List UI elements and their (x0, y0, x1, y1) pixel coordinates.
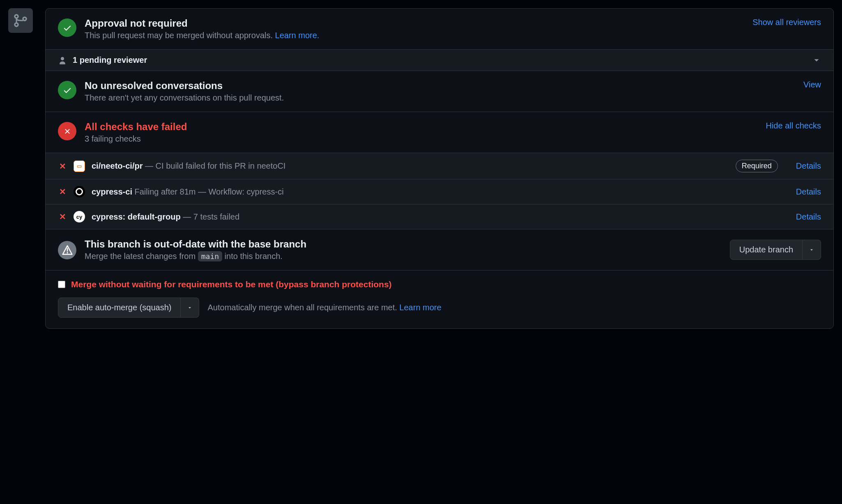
checks-summary: 3 failing checks (85, 134, 757, 144)
hide-all-checks-link[interactable]: Hide all checks (766, 121, 821, 131)
approval-title: Approval not required (85, 18, 744, 29)
update-branch-dropdown[interactable] (803, 240, 821, 260)
show-all-reviewers-link[interactable]: Show all reviewers (752, 18, 821, 27)
x-icon: ✕ (58, 161, 67, 171)
approval-learn-more-link[interactable]: Learn more. (275, 31, 320, 40)
branch-status-desc: Merge the latest changes from main into … (85, 252, 722, 261)
check-row: ✕ cy cypress: default-group — 7 tests fa… (46, 204, 833, 229)
branch-status-title: This branch is out-of-date with the base… (85, 238, 722, 250)
pending-reviewers-toggle[interactable]: 1 pending reviewer (46, 50, 833, 71)
svg-point-2 (23, 17, 26, 21)
base-branch-code: main (198, 251, 222, 261)
caret-down-icon (809, 247, 814, 252)
bypass-row: Merge without waiting for requirements t… (46, 270, 833, 293)
conversations-title: No unresolved conversations (85, 80, 795, 92)
branch-status-section: This branch is out-of-date with the base… (46, 229, 833, 270)
cypress-app-icon: cy (74, 211, 85, 222)
checks-title: All checks have failed (85, 121, 757, 133)
check-details-link[interactable]: Details (796, 161, 821, 171)
check-row: ✕ ▭ ci/neeto-ci/pr — CI build failed for… (46, 153, 833, 179)
git-merge-icon (14, 14, 27, 27)
merge-status-panel: Approval not required This pull request … (45, 8, 834, 329)
update-branch-button[interactable]: Update branch (730, 240, 803, 260)
x-icon: ✕ (58, 187, 67, 197)
bypass-label[interactable]: Merge without waiting for requirements t… (71, 279, 392, 289)
auto-merge-dropdown[interactable] (181, 298, 199, 318)
auto-merge-row: Enable auto-merge (squash) Automatically… (46, 293, 833, 328)
check-icon (58, 81, 76, 99)
auto-merge-learn-more-link[interactable]: Learn more (399, 303, 441, 312)
neeto-app-icon: ▭ (74, 160, 85, 172)
approval-section: Approval not required This pull request … (46, 9, 833, 50)
enable-auto-merge-button[interactable]: Enable auto-merge (squash) (58, 298, 181, 318)
required-badge: Required (736, 160, 778, 172)
check-details-link[interactable]: Details (796, 212, 821, 222)
caret-down-icon (187, 305, 192, 310)
svg-point-0 (15, 15, 18, 18)
alert-icon (58, 241, 76, 259)
x-icon (58, 122, 76, 140)
check-name: ci/neeto-ci/pr (92, 161, 143, 170)
svg-point-1 (15, 23, 18, 26)
view-conversations-link[interactable]: View (803, 80, 821, 89)
check-desc: — CI build failed for this PR in neetoCI (143, 161, 285, 170)
auto-merge-desc: Automatically merge when all requirement… (207, 303, 441, 312)
check-icon (58, 18, 76, 37)
check-name: cypress-ci (92, 187, 132, 196)
person-icon (58, 56, 67, 65)
conversations-desc: There aren't yet any conversations on th… (85, 93, 795, 103)
check-name: cypress: default-group (92, 212, 181, 221)
chevron-down-icon (812, 56, 821, 65)
bypass-checkbox[interactable] (58, 281, 65, 288)
approval-desc: This pull request may be merged without … (85, 31, 744, 40)
checks-section: All checks have failed 3 failing checks … (46, 112, 833, 153)
check-details-link[interactable]: Details (796, 187, 821, 197)
conversations-section: No unresolved conversations There aren't… (46, 71, 833, 112)
check-row: ✕ cypress-ci Failing after 81m — Workflo… (46, 179, 833, 204)
check-desc: — 7 tests failed (181, 212, 239, 221)
x-icon: ✕ (58, 212, 67, 222)
pending-reviewers-label: 1 pending reviewer (73, 55, 147, 65)
timeline-merge-badge (8, 8, 33, 33)
cypress-ci-app-icon (74, 186, 85, 197)
check-desc: Failing after 81m — Workflow: cypress-ci (132, 187, 284, 196)
